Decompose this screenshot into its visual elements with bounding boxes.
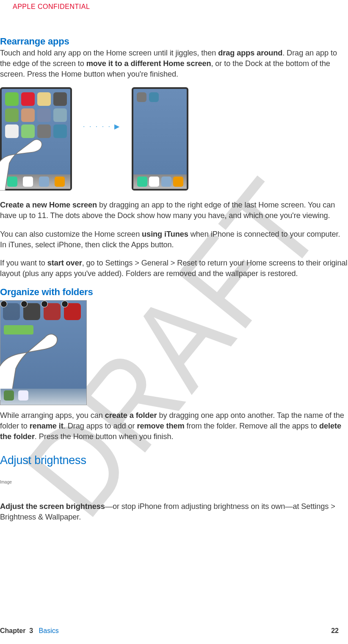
confidential-header: APPLE CONFIDENTIAL xyxy=(0,0,348,11)
section-title-brightness: Adjust brightness xyxy=(0,454,348,467)
page-footer: Chapter 3 Basics 22 xyxy=(0,627,339,635)
rearrange-p3: You can also customize the Home screen u… xyxy=(0,229,348,250)
arrow-dots-icon: · · · · · ▶ xyxy=(83,122,121,130)
phone-right xyxy=(132,87,188,191)
rearrange-p2: Create a new Home screen by dragging an … xyxy=(0,200,348,221)
hand-gesture-icon xyxy=(0,131,52,191)
section-title-rearrange: Rearrange apps xyxy=(0,36,348,47)
image-placeholder-label: Image xyxy=(0,480,348,484)
page-number: 22 xyxy=(331,627,339,635)
rearrange-intro: Touch and hold any app on the Home scree… xyxy=(0,48,348,80)
rearrange-p4: If you want to start over, go to Setting… xyxy=(0,258,348,279)
rearrange-illustration: · · · · · ▶ xyxy=(0,87,348,191)
folders-p1: While arranging apps, you can create a f… xyxy=(0,410,348,442)
section-title-folders: Organize with folders xyxy=(0,287,348,298)
brightness-p1: Adjust the screen brightness—or stop iPh… xyxy=(0,501,348,522)
folders-illustration xyxy=(0,300,87,405)
